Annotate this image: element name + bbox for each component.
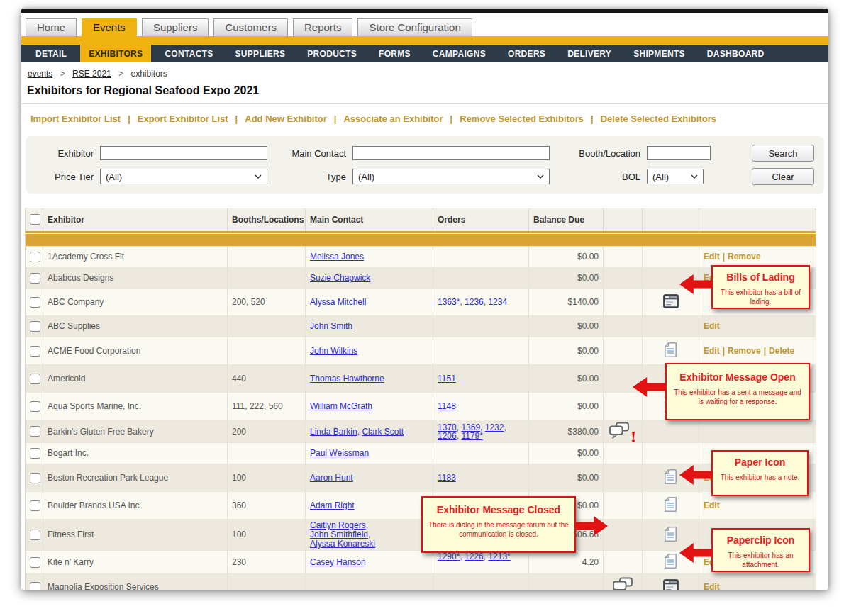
edit-link[interactable]: Edit xyxy=(704,252,720,262)
bill-of-lading-icon[interactable] xyxy=(663,301,679,310)
order-link[interactable]: 1206 xyxy=(438,431,457,441)
tab-store-configuration[interactable]: Store Configuration xyxy=(357,18,472,36)
contact-link[interactable]: Alyssa Mitchell xyxy=(310,297,366,307)
doc-icon-cell xyxy=(643,420,699,443)
message-open-icon[interactable]: ! xyxy=(609,432,636,442)
row-checkbox[interactable] xyxy=(30,530,40,540)
order-link[interactable]: 1363* xyxy=(438,297,460,307)
price-tier-select[interactable]: (All) xyxy=(100,169,267,184)
contact-link[interactable]: Casey Hanson xyxy=(310,557,366,567)
row-checkbox[interactable] xyxy=(30,557,40,568)
row-actions-cell: Edit xyxy=(699,574,816,590)
breadcrumb-rse2021-link[interactable]: RSE 2021 xyxy=(72,69,111,79)
note-icon[interactable] xyxy=(665,534,677,544)
search-button[interactable]: Search xyxy=(752,145,814,162)
add-new-exhibitor-link[interactable]: Add New Exhibitor xyxy=(245,113,327,124)
import-exhibitor-list-link[interactable]: Import Exhibitor List xyxy=(30,113,121,124)
order-link[interactable]: 1213* xyxy=(488,551,510,561)
booth-value: 100 xyxy=(232,473,246,483)
note-icon[interactable] xyxy=(665,561,677,571)
order-link[interactable]: 1234 xyxy=(488,297,507,307)
contact-link[interactable]: Alyssa Konareski xyxy=(310,539,375,549)
exhibitor-name: Boston Recreation Park League xyxy=(48,473,168,483)
subnav-shipments[interactable]: SHIPMENTS xyxy=(625,45,694,62)
message-closed-icon[interactable] xyxy=(612,587,633,590)
note-icon[interactable] xyxy=(665,476,677,486)
note-icon[interactable] xyxy=(665,504,677,514)
contact-link[interactable]: Suzie Chapwick xyxy=(310,273,370,283)
exhibitor-filter-input[interactable] xyxy=(100,146,267,160)
edit-link[interactable]: Edit xyxy=(704,582,720,590)
subnav-delivery[interactable]: DELIVERY xyxy=(559,45,620,62)
edit-link[interactable]: Edit xyxy=(704,500,720,510)
tab-customers[interactable]: Customers xyxy=(213,18,288,36)
contact-link[interactable]: William McGrath xyxy=(310,401,372,411)
subnav-products[interactable]: PRODUCTS xyxy=(299,45,365,62)
order-link[interactable]: 1232 xyxy=(485,422,504,432)
main-contact-filter-input[interactable] xyxy=(352,146,550,160)
subnav-contacts[interactable]: CONTACTS xyxy=(156,45,221,62)
subnav-dashboard[interactable]: DASHBOARD xyxy=(699,45,773,62)
contact-link[interactable]: Melissa Jones xyxy=(310,252,364,262)
row-checkbox[interactable] xyxy=(30,273,40,284)
order-link[interactable]: 1226 xyxy=(465,551,484,561)
row-checkbox[interactable] xyxy=(30,426,40,437)
order-link[interactable]: 1183 xyxy=(438,473,456,483)
row-checkbox[interactable] xyxy=(30,252,40,262)
subnav-detail[interactable]: DETAIL xyxy=(27,45,75,62)
contact-link[interactable]: John Smith xyxy=(310,321,352,331)
order-link[interactable]: 1290* xyxy=(438,551,460,561)
row-checkbox[interactable] xyxy=(30,448,40,459)
row-checkbox[interactable] xyxy=(30,500,40,511)
select-all-checkbox[interactable] xyxy=(30,214,40,225)
exclamation-mark: ! xyxy=(630,428,636,443)
row-checkbox[interactable] xyxy=(30,346,40,357)
row-checkbox[interactable] xyxy=(30,297,40,308)
remove-link[interactable]: Remove xyxy=(728,252,761,262)
subnav-forms[interactable]: FORMS xyxy=(370,45,419,62)
row-checkbox[interactable] xyxy=(30,374,40,384)
order-link[interactable]: 1148 xyxy=(438,401,456,411)
exhibitor-name-cell: Bogart Inc. xyxy=(43,443,228,464)
contact-link[interactable]: Thomas Hawthorne xyxy=(310,374,384,383)
subnav-orders[interactable]: ORDERS xyxy=(499,45,554,62)
bol-select[interactable]: (All) xyxy=(647,169,704,184)
tab-events[interactable]: Events xyxy=(82,18,137,36)
subnav-campaigns[interactable]: CAMPAIGNS xyxy=(424,45,494,62)
note-icon[interactable] xyxy=(665,349,677,359)
row-checkbox[interactable] xyxy=(30,401,40,412)
row-checkbox[interactable] xyxy=(30,582,40,590)
message-icon-cell xyxy=(604,443,643,464)
type-select[interactable]: (All) xyxy=(352,169,550,184)
contact-link[interactable]: John Smithfield xyxy=(310,530,368,539)
edit-link[interactable]: Edit xyxy=(704,346,720,356)
bill-of-lading-icon[interactable] xyxy=(663,586,679,590)
contact-link[interactable]: John Wilkins xyxy=(310,346,357,356)
subnav-exhibitors[interactable]: EXHIBITORS xyxy=(80,45,151,62)
order-link[interactable]: 1236 xyxy=(465,297,484,307)
contact-link[interactable]: Paul Weissman xyxy=(310,448,369,458)
tab-home[interactable]: Home xyxy=(26,18,77,36)
contact-link[interactable]: Aaron Hunt xyxy=(310,473,353,483)
delete-link[interactable]: Delete xyxy=(769,346,794,356)
remove-link[interactable]: Remove xyxy=(728,346,761,356)
booth-location-filter-input[interactable] xyxy=(647,146,711,160)
contact-link[interactable]: Adam Right xyxy=(310,500,355,510)
subnav-suppliers[interactable]: SUPPLIERS xyxy=(227,45,294,62)
row-checkbox[interactable] xyxy=(30,473,40,483)
row-checkbox[interactable] xyxy=(30,321,40,332)
associate-an-exhibitor-link[interactable]: Associate an Exhibitor xyxy=(343,113,443,124)
edit-link[interactable]: Edit xyxy=(704,321,720,331)
contact-link[interactable]: Clark Scott xyxy=(362,427,404,437)
export-exhibitor-list-link[interactable]: Export Exhibitor List xyxy=(138,113,228,124)
clear-button[interactable]: Clear xyxy=(752,168,814,185)
contact-link[interactable]: Caitlyn Rogers xyxy=(310,520,366,530)
tab-suppliers[interactable]: Suppliers xyxy=(142,18,209,36)
breadcrumb-events-link[interactable]: events xyxy=(28,69,52,79)
contact-link[interactable]: Linda Barkin xyxy=(310,427,357,437)
remove-selected-exhibitors-link[interactable]: Remove Selected Exhibitors xyxy=(460,113,584,124)
tab-reports[interactable]: Reports xyxy=(293,18,353,36)
order-link[interactable]: 1151 xyxy=(438,374,456,383)
delete-selected-exhibitors-link[interactable]: Delete Selected Exhibitors xyxy=(601,113,716,124)
order-link[interactable]: 1179* xyxy=(461,431,482,441)
